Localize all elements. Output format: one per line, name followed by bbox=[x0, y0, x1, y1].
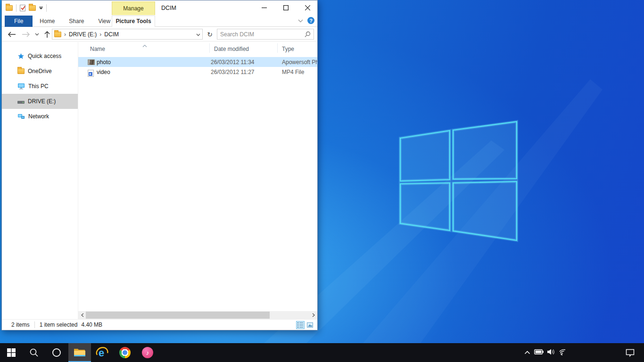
qat-separator bbox=[46, 4, 47, 12]
screen: Manage DCIM File Home Share View Picture… bbox=[0, 0, 644, 362]
back-icon[interactable] bbox=[6, 27, 17, 41]
column-headers: Name Date modified Type bbox=[78, 42, 317, 54]
close-button[interactable] bbox=[299, 1, 315, 15]
properties-icon[interactable] bbox=[20, 5, 25, 11]
tab-home[interactable]: Home bbox=[33, 16, 62, 27]
new-folder-icon[interactable] bbox=[29, 5, 36, 11]
refresh-icon[interactable]: ↻ bbox=[205, 29, 215, 40]
chrome-button[interactable] bbox=[114, 343, 136, 362]
itunes-icon: ♪ bbox=[142, 347, 153, 358]
help-icon[interactable]: ? bbox=[307, 17, 314, 24]
action-center-button[interactable] bbox=[620, 343, 639, 362]
file-type: MP4 File bbox=[282, 69, 317, 75]
sidebar-item-label: Network bbox=[28, 113, 49, 120]
breadcrumb-folder[interactable]: DCIM bbox=[104, 31, 119, 38]
scroll-right-icon[interactable] bbox=[309, 311, 317, 319]
scroll-left-icon[interactable] bbox=[78, 311, 86, 319]
selected-count: 1 item selected bbox=[40, 321, 78, 328]
sort-ascending-icon bbox=[142, 42, 147, 49]
search-box[interactable] bbox=[217, 29, 314, 40]
qat-separator bbox=[16, 4, 17, 12]
column-separator[interactable] bbox=[277, 43, 278, 53]
file-list-area: Name Date modified Type photo 26/03/2012… bbox=[78, 42, 317, 319]
window-title: DCIM bbox=[161, 0, 176, 16]
tab-file[interactable]: File bbox=[5, 16, 33, 27]
search-icon bbox=[29, 348, 39, 357]
file-row-video[interactable]: video 26/03/2012 11:27 MP4 File bbox=[78, 67, 317, 77]
minimize-button[interactable] bbox=[256, 1, 272, 15]
large-icons-view-button[interactable] bbox=[305, 321, 314, 329]
taskbar-search-button[interactable] bbox=[23, 343, 45, 362]
recent-locations-icon[interactable] bbox=[32, 27, 41, 41]
search-icon[interactable] bbox=[305, 31, 311, 37]
internet-explorer-button[interactable]: e bbox=[91, 343, 114, 362]
sidebar-item-network[interactable]: Network bbox=[2, 109, 78, 124]
navigation-bar: › DRIVE (E:) › DCIM ↻ bbox=[2, 27, 317, 41]
sidebar-item-label: OneDrive bbox=[28, 68, 52, 74]
file-explorer-window: Manage DCIM File Home Share View Picture… bbox=[1, 0, 318, 330]
ribbon-tab-row: File Home Share View Picture Tools ? bbox=[2, 16, 317, 27]
window-icon bbox=[6, 5, 13, 11]
status-bar: 2 items 1 item selected 4.40 MB bbox=[2, 319, 317, 330]
cortana-button[interactable] bbox=[45, 343, 68, 362]
search-input[interactable] bbox=[220, 31, 305, 38]
chrome-icon bbox=[119, 347, 131, 358]
items-count: 2 items bbox=[11, 321, 30, 328]
system-tray bbox=[524, 343, 568, 362]
horizontal-scrollbar[interactable] bbox=[78, 311, 317, 319]
contextual-tab-group-label[interactable]: Manage bbox=[112, 1, 155, 15]
file-rows: photo 26/03/2012 11:34 Apowersoft Pho vi… bbox=[78, 57, 317, 77]
sidebar-item-drive-e[interactable]: DRIVE (E:) bbox=[2, 94, 78, 109]
up-icon[interactable] bbox=[41, 27, 53, 41]
qat-customize-dropdown-icon[interactable] bbox=[39, 7, 43, 9]
column-header-name[interactable]: Name bbox=[90, 46, 105, 52]
details-view-button[interactable] bbox=[296, 321, 305, 329]
windows-start-icon bbox=[7, 348, 16, 357]
sidebar-item-this-pc[interactable]: This PC bbox=[2, 79, 78, 94]
drive-icon bbox=[17, 101, 25, 104]
start-button[interactable] bbox=[0, 343, 23, 362]
file-type: Apowersoft Pho bbox=[282, 59, 317, 66]
tab-share[interactable]: Share bbox=[62, 16, 91, 27]
breadcrumb-chevron-icon: › bbox=[99, 31, 102, 38]
column-header-type[interactable]: Type bbox=[282, 46, 294, 52]
file-explorer-icon bbox=[74, 347, 86, 357]
internet-explorer-icon: e bbox=[96, 346, 109, 359]
network-icon bbox=[17, 113, 25, 120]
file-row-photo[interactable]: photo 26/03/2012 11:34 Apowersoft Pho bbox=[78, 57, 317, 67]
titlebar[interactable]: Manage DCIM bbox=[2, 0, 317, 16]
folder-icon bbox=[17, 68, 25, 74]
window-body: Quick access OneDrive This PC bbox=[2, 42, 317, 319]
file-explorer-taskbar-button[interactable] bbox=[68, 343, 91, 362]
show-hidden-icons-chevron[interactable] bbox=[524, 349, 530, 356]
ribbon-collapse-icon[interactable] bbox=[298, 17, 303, 24]
sidebar-item-quick-access[interactable]: Quick access bbox=[2, 49, 78, 64]
selected-size: 4.40 MB bbox=[81, 321, 102, 328]
sidebar-item-label: DRIVE (E:) bbox=[28, 98, 56, 105]
status-separator bbox=[34, 321, 35, 328]
file-date-modified: 26/03/2012 11:27 bbox=[211, 69, 255, 75]
sidebar-item-onedrive[interactable]: OneDrive bbox=[2, 64, 78, 79]
address-dropdown-icon[interactable] bbox=[196, 31, 200, 38]
video-file-icon bbox=[88, 70, 94, 77]
sidebar-item-label: This PC bbox=[28, 83, 49, 90]
navigation-pane: Quick access OneDrive This PC bbox=[2, 42, 78, 319]
maximize-button[interactable] bbox=[278, 1, 294, 15]
column-header-date-modified[interactable]: Date modified bbox=[214, 46, 249, 52]
battery-icon[interactable] bbox=[534, 349, 544, 356]
scrollbar-thumb[interactable] bbox=[86, 312, 270, 319]
taskbar: e ♪ bbox=[0, 343, 644, 362]
tab-picture-tools[interactable]: Picture Tools bbox=[112, 16, 155, 27]
action-center-icon bbox=[626, 349, 635, 357]
breadcrumb-drive[interactable]: DRIVE (E:) bbox=[69, 31, 97, 38]
address-bar[interactable]: › DRIVE (E:) › DCIM bbox=[52, 29, 203, 40]
column-separator[interactable] bbox=[209, 43, 210, 53]
cortana-circle-icon bbox=[52, 348, 61, 357]
wifi-icon[interactable] bbox=[559, 349, 568, 357]
itunes-button[interactable]: ♪ bbox=[136, 343, 159, 362]
location-folder-icon bbox=[54, 32, 61, 37]
volume-icon[interactable] bbox=[547, 349, 555, 356]
forward-icon[interactable] bbox=[20, 27, 32, 41]
breadcrumb-chevron-icon: › bbox=[64, 31, 66, 38]
file-name: photo bbox=[97, 59, 111, 66]
